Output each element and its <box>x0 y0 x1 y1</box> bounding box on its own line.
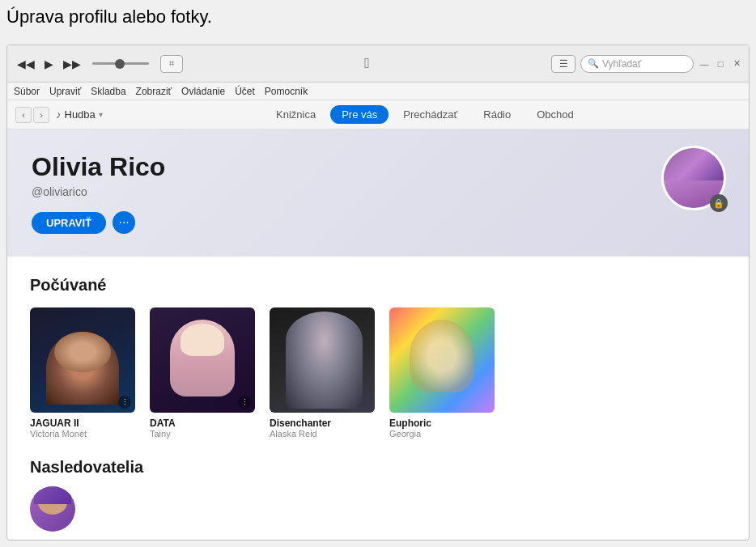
volume-thumb <box>115 59 125 69</box>
profile-actions: UPRAVIŤ ··· <box>32 211 724 234</box>
back-icon: ‹ <box>22 110 25 120</box>
navbar: ‹ › ♪ Hudba ▾ Knižnica Pre vás Prechádza… <box>7 100 749 129</box>
menu-item-help[interactable]: Pomocník <box>265 86 308 97</box>
play-button[interactable]: ▶ <box>41 56 57 72</box>
menu-item-file[interactable]: Súbor <box>14 86 40 97</box>
profile-header: Olivia Rico @oliviarico UPRAVIŤ ··· 🔒 <box>7 129 749 257</box>
library-selector[interactable]: ♪ Hudba ▾ <box>56 108 103 121</box>
album-artist: Georgia <box>389 429 495 439</box>
forward-icon: › <box>40 110 43 120</box>
library-label: Hudba <box>65 108 96 121</box>
album-item[interactable]: ⋮ JAGUAR II Victoria Monét <box>30 307 135 439</box>
album-cover-data: ⋮ <box>150 307 255 413</box>
close-button[interactable]: ✕ <box>731 58 742 70</box>
album-item[interactable]: Disenchanter Alaska Reid <box>270 307 375 439</box>
menu-item-edit[interactable]: Upraviť <box>49 86 81 97</box>
chevron-down-icon: ▾ <box>99 110 103 119</box>
album-artist: Alaska Reid <box>270 429 375 439</box>
album-title: Disenchanter <box>270 418 375 429</box>
list-icon: ☰ <box>559 58 568 70</box>
follower-avatar[interactable] <box>30 486 75 532</box>
listened-title: Počúvané <box>30 276 726 295</box>
tab-for-you[interactable]: Pre vás <box>330 105 389 124</box>
nav-tabs: Knižnica Pre vás Prechádzať Rádio Obchod <box>109 105 741 124</box>
list-view-button[interactable]: ☰ <box>551 55 575 73</box>
album-item[interactable]: Euphoric Georgia <box>389 307 495 439</box>
album-title: JAGUAR II <box>30 418 135 429</box>
profile-info: Olivia Rico @oliviarico UPRAVIŤ ··· <box>32 152 724 234</box>
lock-icon: 🔒 <box>710 194 728 212</box>
album-item[interactable]: ⋮ DATA Tainy <box>150 307 255 439</box>
transport-controls: ◀◀ ▶ ▶▶ ⌗ <box>14 55 183 73</box>
menu-item-view[interactable]: Zobraziť <box>136 86 172 97</box>
menu-item-controls[interactable]: Ovládanie <box>181 86 225 97</box>
album-artist: Tainy <box>150 429 255 439</box>
rewind-button[interactable]: ◀◀ <box>14 56 38 72</box>
edit-profile-button[interactable]: UPRAVIŤ <box>32 212 106 234</box>
titlebar: ◀◀ ▶ ▶▶ ⌗  ☰ 🔍 Vyhľadať — □ ✕ <box>7 45 749 83</box>
airplay-button[interactable]: ⌗ <box>160 55 183 73</box>
tab-store[interactable]: Obchod <box>525 105 585 124</box>
album-cover-jaguar: ⋮ <box>30 307 135 413</box>
volume-slider[interactable] <box>92 62 149 65</box>
tab-radio[interactable]: Rádio <box>472 105 522 124</box>
minimize-button[interactable]: — <box>699 58 710 70</box>
album-title: DATA <box>150 418 255 429</box>
avatar-hair <box>664 148 724 180</box>
itunes-window: ◀◀ ▶ ▶▶ ⌗  ☰ 🔍 Vyhľadať — □ ✕ <box>6 45 750 541</box>
profile-name: Olivia Rico <box>32 152 724 182</box>
menu-item-account[interactable]: Účet <box>235 86 255 97</box>
music-note-icon: ♪ <box>56 108 62 121</box>
album-title: Euphoric <box>389 418 495 429</box>
search-placeholder-text: Vyhľadať <box>602 58 641 70</box>
listened-section: Počúvané ⋮ JAGUAR II Victoria Monét ⋮ DA… <box>7 257 749 452</box>
album-artist: Victoria Monét <box>30 429 135 439</box>
more-options-button[interactable]: ··· <box>113 211 135 234</box>
profile-avatar-container: 🔒 <box>661 146 726 210</box>
restore-button[interactable]: □ <box>715 58 726 70</box>
forward-button[interactable]: › <box>33 107 49 123</box>
album-menu-icon[interactable]: ⋮ <box>118 396 131 409</box>
album-cover-euphoric <box>389 307 495 413</box>
menubar: Súbor Upraviť Skladba Zobraziť Ovládanie… <box>7 83 749 100</box>
back-button[interactable]: ‹ <box>15 107 32 123</box>
tab-browse[interactable]: Prechádzať <box>392 105 469 124</box>
profile-handle: @oliviarico <box>32 185 724 198</box>
followers-title: Nasledovatelia <box>30 458 726 477</box>
airplay-icon: ⌗ <box>169 58 174 69</box>
album-menu-icon[interactable]: ⋮ <box>238 396 251 409</box>
window-controls-right: ☰ 🔍 Vyhľadať — □ ✕ <box>551 55 742 73</box>
followers-section: Nasledovatelia <box>7 452 749 540</box>
tab-library[interactable]: Knižnica <box>265 105 327 124</box>
menu-item-song[interactable]: Skladba <box>91 86 125 97</box>
search-box[interactable]: 🔍 Vyhľadať <box>580 55 694 73</box>
fast-forward-button[interactable]: ▶▶ <box>60 56 84 72</box>
album-cover-disenchanter <box>270 307 375 413</box>
search-icon: 🔍 <box>588 58 599 69</box>
main-content[interactable]: Olivia Rico @oliviarico UPRAVIŤ ··· 🔒 Po… <box>7 129 749 540</box>
apple-logo:  <box>183 55 551 72</box>
apple-icon:  <box>364 55 370 71</box>
tooltip-banner: Úprava profilu alebo fotky. <box>6 6 212 28</box>
albums-grid: ⋮ JAGUAR II Victoria Monét ⋮ DATA Tainy <box>30 307 726 439</box>
nav-arrows: ‹ › <box>15 107 49 123</box>
